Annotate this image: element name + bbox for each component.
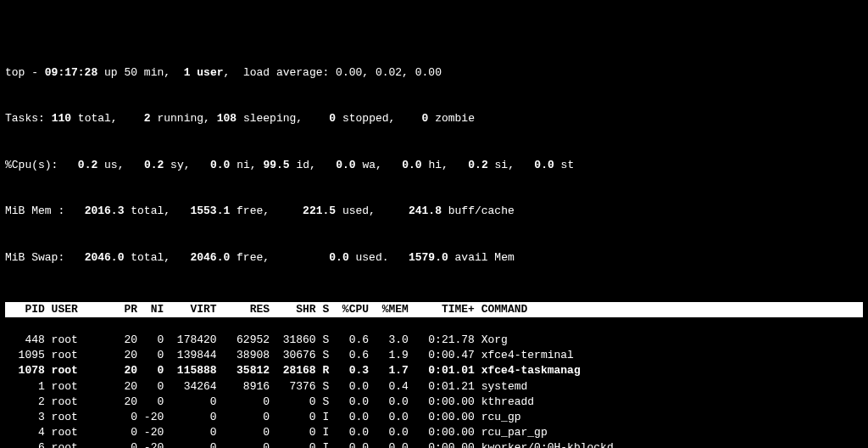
swap-total: 2046.0 [85,251,125,264]
mem-free-label: free, [230,204,270,217]
table-row[interactable]: 1078 root 20 0 115888 35812 28168 R 0.3 … [5,363,863,378]
table-row[interactable]: 448 root 20 0 178420 62952 31860 S 0.6 3… [5,333,863,348]
cpu-label: %Cpu(s): [5,159,58,171]
sep: , [164,66,183,79]
mem-used: 221.5 [296,204,336,217]
uptime-line: top - 09:17:28 up 50 min, 1 user, load a… [5,65,863,81]
table-row[interactable]: 3 root 0 -20 0 0 0 I 0.0 0.0 0:00.00 rcu… [5,410,863,425]
mem-buff: 241.8 [402,204,442,217]
zombie-label: zombie [428,112,475,125]
swap-avail-label: avail Mem [448,251,515,264]
ni-label: ni, [230,159,256,171]
tasks-running: 2 [137,112,151,125]
si-label: si, [488,159,515,171]
st-label: st [554,159,574,171]
stopped-label: stopped, [336,112,395,125]
load-label: , load average: [223,66,336,79]
mem-label: MiB Mem : [5,204,64,217]
mem-used-label: used, [336,204,376,217]
tasks-label: Tasks: [5,112,45,125]
swap-used: 0.0 [309,251,349,264]
total-label: total, [71,112,118,125]
table-row[interactable]: 1095 root 20 0 139844 38908 30676 S 0.6 … [5,348,863,363]
cpu-wa: 0.0 [329,159,355,171]
sy-label: sy, [164,159,190,171]
tasks-stopped: 0 [323,112,337,125]
tasks-line: Tasks: 110 total, 2 running, 108 sleepin… [5,111,863,126]
cpu-sy: 0.2 [137,159,164,171]
clock-time: 09:17:28 [45,66,97,79]
process-table-body[interactable]: 448 root 20 0 178420 62952 31860 S 0.6 3… [5,333,863,448]
swap-avail: 1579.0 [409,251,448,264]
swap-total-label: total, [124,251,170,264]
mem-total: 2016.3 [85,204,125,217]
id-label: id, [290,159,316,171]
top-prefix: top - [5,66,45,79]
table-row[interactable]: 1 root 20 0 34264 8916 7376 S 0.0 0.4 0:… [5,379,863,395]
table-row[interactable]: 2 root 20 0 0 0 0 S 0.0 0.0 0:00.00 kthr… [5,395,863,410]
tasks-sleeping: 108 [217,112,236,125]
cpu-ni: 0.0 [203,159,230,171]
users-count: 1 user [184,66,224,79]
uptime-value: 50 min [124,66,164,79]
cpu-si: 0.2 [462,159,488,171]
us-label: us, [97,159,124,171]
wa-label: wa, [356,159,382,171]
cpu-hi: 0.0 [395,159,421,171]
sleeping-label: sleeping, [236,112,303,125]
mem-total-label: total, [124,204,170,217]
swap-line: MiB Swap: 2046.0 total, 2046.0 free, 0.0… [5,250,863,266]
tasks-zombie: 0 [415,112,429,125]
mem-free: 1553.1 [190,204,230,217]
mem-line: MiB Mem : 2016.3 total, 1553.1 free, 221… [5,204,863,219]
swap-free: 2046.0 [190,251,230,264]
cpu-line: %Cpu(s): 0.2 us, 0.2 sy, 0.0 ni, 99.5 id… [5,158,863,173]
process-table-header[interactable]: PID USER PR NI VIRT RES SHR S %CPU %MEM … [5,302,863,317]
swap-free-label: free, [230,251,270,264]
table-row[interactable]: 4 root 0 -20 0 0 0 I 0.0 0.0 0:00.00 rcu… [5,425,863,440]
mem-buff-label: buff/cache [442,204,515,217]
table-row[interactable]: 6 root 0 -20 0 0 0 I 0.0 0.0 0:00.00 kwo… [5,440,863,448]
cpu-id: 99.5 [263,159,289,171]
hi-label: hi, [422,159,448,171]
up-label: up [97,66,124,79]
cpu-us: 0.2 [71,159,97,171]
cpu-st: 0.0 [528,159,554,171]
load-averages: 0.00, 0.02, 0.00 [336,66,442,79]
running-label: running, [151,112,210,125]
swap-used-label: used. [349,251,389,264]
swap-label: MiB Swap: [5,251,64,264]
tasks-total: 110 [52,112,71,125]
